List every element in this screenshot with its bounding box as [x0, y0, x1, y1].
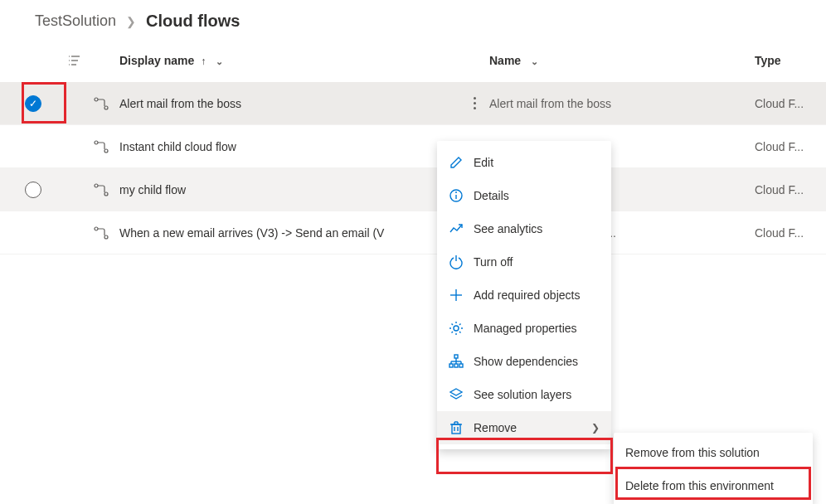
breadcrumb-parent[interactable]: TestSolution [35, 12, 116, 30]
chevron-down-icon: ⌄ [531, 56, 538, 66]
row-select[interactable]: ✓ [0, 95, 66, 112]
plus-icon [449, 288, 464, 303]
svg-point-10 [95, 184, 98, 187]
more-actions-icon[interactable] [464, 90, 484, 117]
svg-marker-38 [450, 389, 462, 395]
dependencies-icon [449, 354, 464, 369]
column-header-display-name[interactable]: Display name ↑ ⌄ [119, 54, 459, 67]
svg-rect-39 [452, 424, 460, 434]
submenu-item-label: Remove from this solution [625, 446, 760, 459]
row-type: Cloud F... [755, 140, 826, 153]
svg-rect-31 [454, 364, 458, 367]
menu-item-label: See solution layers [474, 388, 571, 401]
submenu-item-label: Delete from this environment [625, 479, 774, 492]
flow-type-icon [83, 182, 119, 197]
column-header-type-label: Type [755, 54, 781, 67]
table-row[interactable]: Instant child cloud flow Cloud F... [0, 125, 826, 168]
breadcrumb: TestSolution ❯ Cloud flows [0, 0, 826, 39]
row-type: Cloud F... [755, 226, 826, 240]
menu-item-edit[interactable]: Edit [437, 146, 611, 179]
analytics-icon [449, 221, 464, 236]
context-submenu: Remove from this solution Delete from th… [614, 433, 813, 504]
trash-icon [449, 420, 464, 435]
gear-icon [449, 321, 464, 336]
menu-item-label: Remove [474, 421, 517, 434]
svg-point-16 [455, 191, 457, 193]
breadcrumb-current: Cloud flows [146, 12, 240, 31]
row-type: Cloud F... [755, 97, 826, 110]
table-row[interactable]: ✓ Alert mail from the boss Alert mail fr… [0, 82, 826, 125]
row-display-name[interactable]: When a new email arrives (V3) -> Send an… [119, 226, 459, 240]
menu-item-label: See analytics [474, 222, 542, 235]
sort-by-icon[interactable] [66, 54, 83, 67]
row-name: Alert mail from the boss [489, 97, 755, 110]
info-icon [449, 188, 464, 203]
menu-item-label: Show dependencies [474, 355, 578, 368]
submenu-item-remove-from-solution[interactable]: Remove from this solution [614, 436, 813, 469]
column-header-type[interactable]: Type [755, 54, 826, 67]
svg-point-7 [104, 106, 108, 109]
power-icon [449, 254, 464, 269]
layers-icon [449, 387, 464, 402]
row-actions[interactable] [459, 90, 489, 117]
row-display-name[interactable]: Instant child cloud flow [119, 140, 459, 153]
menu-item-label: Edit [474, 156, 493, 169]
menu-item-label: Turn off [474, 255, 513, 269]
edit-icon [449, 155, 464, 170]
svg-point-6 [95, 98, 98, 101]
menu-item-label: Managed properties [474, 322, 577, 335]
chevron-down-icon: ⌄ [216, 56, 223, 66]
chevron-right-icon: ❯ [591, 422, 600, 434]
menu-item-turn-off[interactable]: Turn off [437, 245, 611, 279]
row-select[interactable] [0, 182, 66, 198]
grid-body: ✓ Alert mail from the boss Alert mail fr… [0, 82, 826, 254]
table-row[interactable]: When a new email arrives (V3) -> Send an… [0, 211, 826, 254]
flow-type-icon [83, 96, 119, 111]
flow-type-icon [83, 225, 119, 240]
column-header-name-label: Name [489, 54, 521, 67]
row-type: Cloud F... [755, 183, 826, 196]
menu-item-show-dependencies[interactable]: Show dependencies [437, 345, 611, 378]
context-menu: Edit Details See analytics Turn off Add … [437, 141, 611, 449]
checkbox-unchecked-icon[interactable] [25, 182, 41, 198]
flows-grid: Display name ↑ ⌄ Name ⌄ Type ✓ Alert mai… [0, 39, 826, 254]
svg-line-27 [452, 332, 454, 333]
menu-item-remove[interactable]: Remove ❯ [437, 411, 611, 444]
svg-point-20 [454, 326, 459, 331]
svg-point-11 [104, 192, 108, 196]
menu-item-managed-properties[interactable]: Managed properties [437, 312, 611, 345]
svg-point-12 [95, 227, 98, 230]
svg-rect-32 [459, 364, 463, 367]
checkbox-checked-icon[interactable]: ✓ [25, 95, 41, 112]
grid-header-row: Display name ↑ ⌄ Name ⌄ Type [0, 39, 826, 82]
submenu-item-delete-from-environment[interactable]: Delete from this environment [614, 469, 813, 502]
column-header-name[interactable]: Name ⌄ [489, 54, 755, 67]
svg-line-25 [452, 324, 454, 326]
svg-rect-30 [449, 364, 453, 367]
flow-type-icon [83, 139, 119, 154]
row-display-name[interactable]: my child flow [119, 183, 459, 196]
chevron-right-icon: ❯ [126, 15, 136, 28]
svg-rect-29 [454, 355, 458, 358]
menu-item-label: Details [474, 189, 509, 202]
table-row[interactable]: my child flow Cloud F... [0, 168, 826, 211]
svg-point-13 [104, 235, 108, 239]
menu-item-see-solution-layers[interactable]: See solution layers [437, 378, 611, 411]
svg-point-9 [104, 149, 108, 153]
menu-item-label: Add required objects [474, 288, 580, 302]
column-header-display-name-label: Display name [119, 54, 194, 67]
svg-point-8 [95, 141, 98, 144]
menu-item-add-required-objects[interactable]: Add required objects [437, 279, 611, 312]
row-display-name[interactable]: Alert mail from the boss [119, 97, 459, 110]
svg-line-28 [459, 324, 461, 326]
menu-item-see-analytics[interactable]: See analytics [437, 212, 611, 245]
sort-ascending-icon: ↑ [201, 56, 206, 67]
svg-line-26 [459, 332, 461, 333]
menu-item-details[interactable]: Details [437, 179, 611, 212]
